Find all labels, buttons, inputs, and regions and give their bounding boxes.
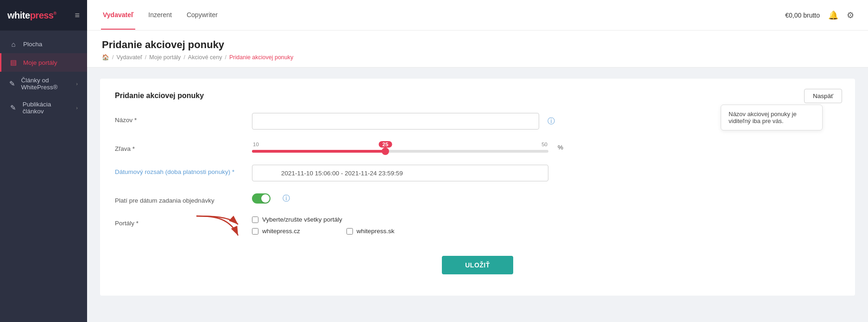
breadcrumb-moje-portaly[interactable]: Moje portály (149, 54, 181, 61)
home-icon: ⌂ (9, 40, 18, 48)
save-button[interactable]: ULOŽIŤ (442, 256, 513, 274)
main-content: Vydavateľ Inzerent Copywriter €0,00 brut… (87, 0, 868, 322)
settings-icon[interactable]: ⚙ (847, 10, 854, 20)
form-row-zlava: Zľava * 10 25 50 (115, 142, 840, 153)
toggle-knob (261, 194, 270, 203)
slider-track (252, 150, 548, 153)
logo-reg: ® (54, 11, 57, 16)
chevron-right-icon: › (76, 81, 78, 87)
breadcrumb-current: Pridanie akciovej ponuky (229, 54, 293, 61)
save-row: ULOŽIŤ (115, 247, 840, 279)
help-plati-icon[interactable]: ⓘ (283, 194, 290, 204)
publish-icon: ✎ (9, 104, 17, 112)
date-range-input[interactable]: 2021-11-10 15:06:00 - 2021-11-24 23:59:5… (252, 165, 548, 181)
bell-icon[interactable]: 🔔 (828, 10, 838, 20)
slider-min-label: 10 (253, 142, 259, 147)
portals-icon: ▤ (9, 58, 18, 67)
label-portaly: Portály * (115, 216, 245, 227)
label-zlava: Zľava * (115, 142, 245, 152)
chevron-right-icon: › (76, 105, 78, 111)
hamburger-icon[interactable]: ≡ (75, 11, 80, 20)
form-row-portaly: Portály * (115, 216, 840, 235)
datum-control-wrap: 📅 2021-11-10 15:06:00 - 2021-11-24 23:59… (252, 165, 840, 181)
form-card: Pridanie akciovej ponuky Naspäť Názov ak… (100, 79, 855, 296)
sidebar-logo: whitepress® ≡ (0, 0, 87, 31)
tooltip-box: Názov akciovej ponuky je viditeľný iba p… (721, 105, 823, 130)
page-content: Pridanie akciovej ponuky 🏠 / Vydavateľ /… (87, 31, 868, 322)
slider-max-label: 50 (541, 142, 547, 147)
topnav-right: €0,00 brutto 🔔 ⚙ (785, 10, 854, 20)
sidebar-item-publikacia[interactable]: ✎ Publikácia článkov › (0, 96, 87, 120)
tab-copywriter[interactable]: Copywriter (185, 1, 220, 30)
portal-all-checkbox[interactable] (252, 217, 258, 223)
portal-sk-checkbox[interactable] (346, 228, 353, 235)
sidebar-item-label: Moje portály (23, 59, 57, 66)
portaly-control-wrap: Vyberte/zrušte všetky portály whitepress… (252, 216, 840, 235)
sidebar-item-label: Publikácia článkov (23, 101, 71, 115)
portal-option-sk: whitepress.sk (346, 228, 395, 235)
sidebar-item-label: Články od WhitePress® (21, 77, 70, 91)
toggle-wrap (252, 193, 270, 204)
breadcrumb-vydavatel[interactable]: Vydavateľ (116, 54, 142, 61)
slider-value-badge: 25 (379, 141, 392, 148)
sidebar: whitepress® ≡ ⌂ Plocha ▤ Moje portály ✎ … (0, 0, 87, 322)
breadcrumb-home-icon[interactable]: 🏠 (102, 54, 109, 61)
tab-inzerent[interactable]: Inzerent (146, 1, 174, 30)
slider-fill (252, 150, 385, 153)
page-header: Pridanie akciovej ponuky 🏠 / Vydavateľ /… (87, 31, 868, 68)
breadcrumb: 🏠 / Vydavateľ / Moje portály / Akciové c… (102, 54, 853, 61)
label-datumovy-rozsah: Dátumový rozsah (doba platnosti ponuky) … (115, 165, 245, 175)
slider-labels: 10 25 50 (252, 142, 548, 147)
sidebar-item-plocha[interactable]: ⌂ Plocha (0, 35, 87, 53)
portal-option-cz: whitepress.cz (252, 228, 300, 235)
logo-text: whitepress® (7, 10, 57, 21)
top-navigation: Vydavateľ Inzerent Copywriter €0,00 brut… (87, 0, 868, 31)
date-input-wrap: 📅 2021-11-10 15:06:00 - 2021-11-24 23:59… (252, 165, 548, 181)
sidebar-navigation: ⌂ Plocha ▤ Moje portály ✎ Články od Whit… (0, 31, 87, 124)
label-nazov: Názov * (115, 113, 245, 124)
balance-display: €0,00 brutto (785, 12, 820, 19)
tooltip-text: Názov akciovej ponuky je viditeľný iba p… (729, 111, 797, 124)
label-plati-pre-datum: Platí pre dátum zadania objednávky (115, 193, 245, 204)
form-row-plati: Platí pre dátum zadania objednávky ⓘ (115, 193, 840, 204)
date-range-value: 2021-11-10 15:06:00 - 2021-11-24 23:59:5… (281, 170, 403, 177)
portal-cz-label[interactable]: whitepress.cz (262, 228, 300, 235)
form-card-title: Pridanie akciovej ponuky (115, 92, 840, 100)
portal-row-options: whitepress.cz whitepress.sk (252, 228, 395, 235)
slider-unit: % (558, 144, 563, 151)
page-title: Pridanie akciovej ponuky (102, 39, 853, 51)
help-nazov-icon[interactable]: ⓘ (547, 117, 555, 126)
sidebar-item-label: Plocha (23, 41, 42, 48)
slider-wrap: 10 25 50 (252, 142, 548, 153)
portals-options: Vyberte/zrušte všetky portály whitepress… (252, 216, 395, 235)
plati-toggle[interactable] (252, 193, 270, 204)
portal-all-label[interactable]: Vyberte/zrušte všetky portály (262, 216, 342, 223)
plati-control-wrap: ⓘ (252, 193, 840, 204)
edit-icon: ✎ (9, 80, 15, 88)
portal-sk-label[interactable]: whitepress.sk (357, 228, 395, 235)
form-row-datum: Dátumový rozsah (doba platnosti ponuky) … (115, 165, 840, 181)
zlava-control-wrap: 10 25 50 % (252, 142, 840, 153)
tab-vydavatel[interactable]: Vydavateľ (101, 1, 135, 30)
portal-cz-checkbox[interactable] (252, 228, 258, 235)
sidebar-item-clanky[interactable]: ✎ Články od WhitePress® › (0, 72, 87, 96)
sidebar-item-moje-portaly[interactable]: ▤ Moje portály (0, 53, 87, 72)
slider-thumb[interactable] (382, 148, 389, 155)
nazov-input[interactable] (252, 113, 539, 130)
portal-option-all: Vyberte/zrušte všetky portály (252, 216, 395, 223)
breadcrumb-akciove-ceny[interactable]: Akciové ceny (188, 54, 222, 61)
back-button[interactable]: Naspäť (804, 89, 842, 103)
